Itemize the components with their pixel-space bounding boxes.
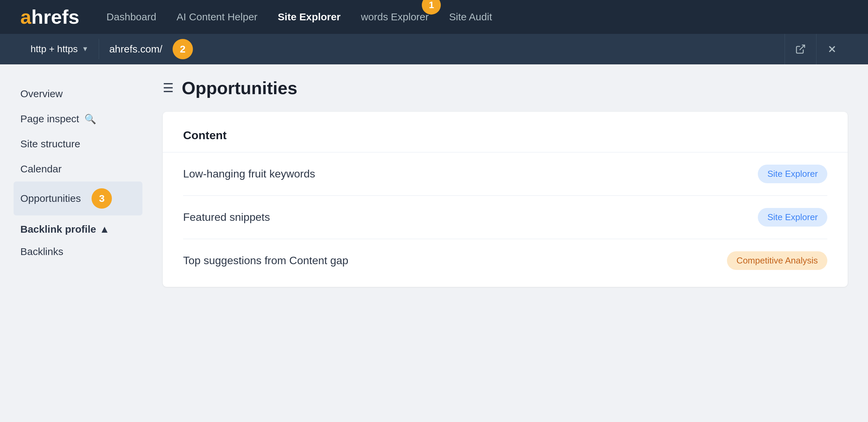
chevron-down-icon: ▼ xyxy=(82,45,88,53)
page-header: ☰ Opportunities xyxy=(163,78,848,98)
logo-hrefs: hrefs xyxy=(31,7,79,27)
sidebar-item-page-inspect[interactable]: Page inspect 🔍 xyxy=(20,106,136,131)
opportunity-label-0: Low-hanging fruit keywords xyxy=(183,168,315,180)
top-nav: ahrefs Dashboard AI Content Helper Site … xyxy=(0,0,868,34)
content-card: Content Low-hanging fruit keywords Site … xyxy=(163,112,848,287)
opportunity-tag-2[interactable]: Competitive Analysis xyxy=(727,251,827,270)
search-icon: 🔍 xyxy=(84,113,96,125)
logo-a: a xyxy=(20,7,31,27)
main-layout: Overview Page inspect 🔍 Site structure C… xyxy=(0,64,868,422)
url-badge-2: 2 xyxy=(173,39,193,59)
hamburger-icon: ☰ xyxy=(163,81,174,95)
opportunity-label-1: Featured snippets xyxy=(183,211,270,224)
sidebar-item-calendar[interactable]: Calendar xyxy=(20,156,136,182)
opportunity-tag-1[interactable]: Site Explorer xyxy=(758,208,827,227)
close-button[interactable] xyxy=(816,34,848,64)
page-title: Opportunities xyxy=(182,78,297,98)
opportunity-row-2: Top suggestions from Content gap Competi… xyxy=(183,239,827,270)
sidebar-item-opportunities[interactable]: Opportunities 3 xyxy=(14,182,142,215)
sidebar-item-backlinks[interactable]: Backlinks xyxy=(20,239,136,264)
opportunity-row-1: Featured snippets Site Explorer xyxy=(183,196,827,239)
chevron-up-icon: ▲ xyxy=(99,224,110,235)
logo: ahrefs xyxy=(20,7,79,27)
opportunity-row-0: Low-hanging fruit keywords Site Explorer xyxy=(183,152,827,196)
sidebar-item-overview[interactable]: Overview xyxy=(20,81,136,106)
sidebar: Overview Page inspect 🔍 Site structure C… xyxy=(0,64,149,422)
url-bar: http + https ▼ ahrefs.com/ 2 xyxy=(0,34,868,64)
protocol-label: http + https xyxy=(31,44,78,55)
external-link-button[interactable] xyxy=(785,34,816,64)
url-actions xyxy=(785,34,848,64)
content-section-title: Content xyxy=(183,129,827,142)
nav-dashboard[interactable]: Dashboard xyxy=(106,8,156,25)
nav-keywords-explorer[interactable]: words Explorer 1 xyxy=(361,8,429,25)
nav-ai-content[interactable]: AI Content Helper xyxy=(177,8,257,25)
opportunity-label-2: Top suggestions from Content gap xyxy=(183,254,348,267)
opportunity-tag-0[interactable]: Site Explorer xyxy=(758,165,827,183)
sidebar-section-backlink-profile[interactable]: Backlink profile ▲ xyxy=(20,215,136,239)
nav-site-audit[interactable]: Site Audit xyxy=(449,8,492,25)
protocol-selector[interactable]: http + https ▼ xyxy=(20,39,99,59)
main-content: ☰ Opportunities Content Low-hanging frui… xyxy=(149,64,868,422)
sidebar-badge-3: 3 xyxy=(92,188,112,209)
nav-site-explorer[interactable]: Site Explorer xyxy=(278,8,340,25)
sidebar-item-site-structure[interactable]: Site structure xyxy=(20,131,136,156)
url-text: ahrefs.com/ xyxy=(109,43,162,55)
svg-line-0 xyxy=(800,45,805,50)
url-input-wrapper[interactable]: ahrefs.com/ 2 xyxy=(99,39,785,59)
